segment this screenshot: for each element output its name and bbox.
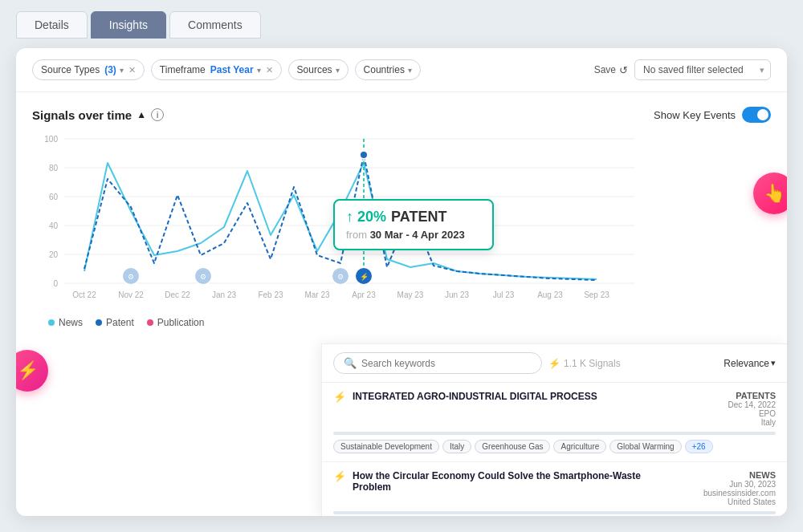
tag-1-1[interactable]: Sustainable Development	[333, 440, 439, 453]
result-publisher-1: EPO	[687, 409, 776, 418]
source-types-label: Source Types	[41, 64, 100, 75]
filter-bar: Source Types (3) ▾ ✕ Timeframe Past Year…	[16, 48, 787, 92]
sources-label: Sources	[297, 64, 332, 75]
news-label: News	[59, 317, 83, 328]
svg-text:Jul 23: Jul 23	[493, 290, 515, 299]
result-country-2: United States	[687, 497, 776, 506]
result-meta-1: PATENTS Dec 14, 2022 EPO Italy	[687, 391, 776, 427]
svg-text:40: 40	[49, 221, 59, 230]
timeframe-value: Past Year	[210, 64, 254, 75]
legend-publication: Publication	[147, 317, 205, 328]
tab-insights[interactable]: Insights	[91, 11, 166, 39]
flash-icon-2: ⚡	[333, 470, 346, 482]
svg-text:⚡: ⚡	[360, 272, 369, 282]
search-input[interactable]	[361, 358, 532, 369]
legend-patent: Patent	[96, 317, 134, 328]
tag-1-4[interactable]: Agriculture	[553, 440, 606, 453]
timeframe-label: Timeframe	[160, 64, 206, 75]
result-title-2[interactable]: How the Circular Economy Could Solve the…	[353, 470, 681, 493]
tooltip-date: from 30 Mar - 4 Apr 2023	[346, 229, 481, 241]
relevance-sort[interactable]: Relevance ▾	[724, 358, 776, 369]
publication-label: Publication	[157, 317, 205, 328]
tooltip-pct: ↑ 20%	[346, 209, 386, 225]
lightning-icon: ⚡	[17, 360, 39, 381]
news-dot	[48, 319, 55, 326]
signal-icon: ⚡	[548, 358, 560, 369]
source-types-value: (3)	[104, 64, 116, 75]
tooltip-type: PATENT	[391, 209, 446, 225]
result-row-1: ⚡ INTEGRATED AGRO-INDUSTRIAL DIGITAL PRO…	[333, 391, 776, 427]
source-types-filter[interactable]: Source Types (3) ▾ ✕	[32, 59, 145, 80]
flash-icon-1: ⚡	[333, 391, 346, 403]
countries-label: Countries	[364, 64, 405, 75]
svg-text:Nov 22: Nov 22	[118, 290, 144, 299]
svg-text:Oct 22: Oct 22	[72, 290, 96, 299]
result-meta-2: NEWS Jun 30, 2023 businessinsider.com Un…	[687, 470, 776, 506]
result-item-2: ⚡ How the Circular Economy Could Solve t…	[322, 462, 787, 516]
tooltip-from-label: from	[346, 229, 367, 241]
svg-text:Dec 22: Dec 22	[165, 290, 190, 299]
result-row-2: ⚡ How the Circular Economy Could Solve t…	[333, 470, 776, 506]
svg-point-25	[360, 151, 368, 159]
chart-title: Signals over time ▲ i	[32, 108, 164, 122]
saved-filter-select[interactable]: No saved filter selected	[634, 59, 771, 80]
chart-section: Signals over time ▲ i Show Key Events 10…	[16, 92, 787, 343]
svg-text:Apr 23: Apr 23	[352, 290, 376, 299]
svg-text:Feb 23: Feb 23	[258, 290, 283, 299]
save-label: Save	[594, 64, 616, 75]
timeframe-close-icon[interactable]: ✕	[266, 65, 273, 75]
main-card: Source Types (3) ▾ ✕ Timeframe Past Year…	[16, 48, 787, 516]
lightning-badge: ⚡	[16, 350, 48, 392]
chart-container: 100 80 60 40 20 0 Oct 22 Nov 22 Dec 22 J…	[32, 131, 771, 311]
search-bar: 🔍 ⚡ 1.1 K Signals Relevance ▾	[322, 344, 787, 383]
pointer-icon: 👆	[764, 183, 785, 204]
signals-count: ⚡ 1.1 K Signals	[548, 358, 621, 369]
show-key-events-label: Show Key Events	[654, 109, 736, 121]
show-key-events: Show Key Events	[654, 107, 771, 123]
tab-details[interactable]: Details	[16, 11, 88, 39]
arrow-up-icon: ↑	[346, 209, 353, 225]
sources-filter[interactable]: Sources ▾	[288, 59, 349, 80]
result-bar-1	[333, 432, 776, 435]
key-events-toggle[interactable]	[742, 107, 771, 123]
tag-1-more[interactable]: +26	[685, 440, 713, 453]
chevron-down-icon-5: ▾	[771, 358, 776, 368]
chevron-up-icon: ▲	[137, 109, 146, 120]
tooltip-date-value: 30 Mar - 4 Apr 2023	[370, 229, 465, 241]
result-bar-2	[333, 511, 776, 514]
info-icon: i	[151, 108, 164, 121]
chart-header: Signals over time ▲ i Show Key Events	[32, 107, 771, 123]
result-publisher-2: businessinsider.com	[687, 489, 776, 497]
tag-1-5[interactable]: Global Warming	[609, 440, 681, 453]
patent-dot	[96, 319, 102, 326]
svg-text:Jun 23: Jun 23	[445, 290, 469, 299]
svg-text:100: 100	[44, 135, 58, 144]
result-item-1: ⚡ INTEGRATED AGRO-INDUSTRIAL DIGITAL PRO…	[322, 383, 787, 462]
patent-label: Patent	[106, 317, 134, 328]
signals-count-value: 1.1 K Signals	[564, 358, 621, 369]
svg-text:Sep 23: Sep 23	[584, 290, 609, 299]
svg-text:20: 20	[49, 250, 59, 259]
tag-1-3[interactable]: Greenhouse Gas	[475, 440, 550, 453]
timeframe-filter[interactable]: Timeframe Past Year ▾ ✕	[151, 59, 282, 80]
tag-1-2[interactable]: Italy	[442, 440, 471, 453]
search-icon: 🔍	[344, 357, 357, 369]
save-button[interactable]: Save ↺	[594, 64, 628, 76]
legend-news: News	[48, 317, 83, 328]
svg-text:May 23: May 23	[397, 290, 424, 299]
source-types-close-icon[interactable]: ✕	[128, 65, 136, 75]
results-panel: 🔍 ⚡ 1.1 K Signals Relevance ▾ ⚡ INTEGRAT…	[321, 343, 787, 516]
chevron-down-icon-3: ▾	[336, 66, 340, 75]
publication-dot	[147, 319, 153, 326]
result-tags-1: Sustainable Development Italy Greenhouse…	[333, 440, 776, 453]
svg-text:⚙: ⚙	[128, 273, 134, 281]
result-title-1[interactable]: INTEGRATED AGRO-INDUSTRIAL DIGITAL PROCE…	[353, 391, 681, 402]
svg-text:80: 80	[49, 164, 59, 173]
chevron-down-icon-2: ▾	[257, 66, 261, 75]
countries-filter[interactable]: Countries ▾	[355, 59, 421, 80]
tab-comments[interactable]: Comments	[169, 11, 261, 39]
svg-text:Jan 23: Jan 23	[212, 290, 236, 299]
result-date-1: Dec 14, 2022	[687, 400, 776, 409]
svg-text:⚙: ⚙	[200, 273, 206, 281]
result-date-2: Jun 30, 2023	[687, 480, 776, 489]
